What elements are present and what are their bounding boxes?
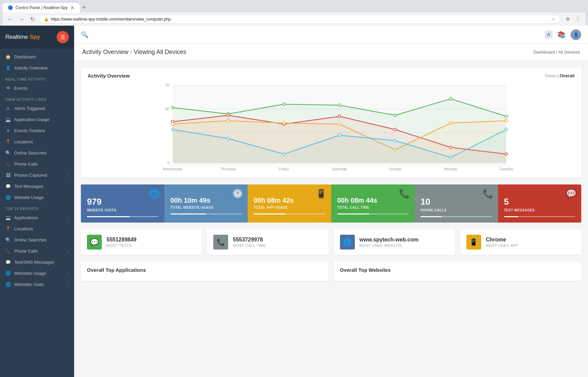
forward-button[interactable]: → — [17, 15, 26, 24]
most-texts-value: 5551289849 — [106, 237, 136, 243]
lock-icon: 🔒 — [44, 17, 49, 22]
stat-phone-calls-bar — [421, 216, 492, 217]
filter-overall[interactable]: Overall — [560, 73, 575, 78]
sidebar-label-websites-usage: Websites Usage — [14, 271, 46, 276]
address-bar[interactable]: 🔒 https://www.realtime-spy-mobile.com/me… — [39, 15, 560, 24]
sidebar-item-online-searches[interactable]: 🔍 Online Searches — [0, 147, 74, 158]
stat-phone-icon: 📱 — [316, 188, 327, 199]
back-button[interactable]: ← — [5, 15, 15, 24]
translate-icon[interactable]: A — [545, 31, 553, 38]
svg-text:Thursday: Thursday — [221, 167, 236, 171]
websites-usage-icon: 🌐 — [5, 271, 11, 276]
svg-text:Sunday: Sunday — [389, 167, 402, 171]
sidebar-item-websites-usage[interactable]: 🌐 Websites Usage › — [0, 268, 74, 279]
sidebar-item-locations-top[interactable]: 📍 Locations — [0, 223, 74, 234]
most-used-app-label: MOST USED APP — [486, 243, 518, 248]
stat-phone-calls[interactable]: 📞 10 PHONE CALLS — [414, 184, 498, 223]
stats-row: 🌐 979 WEBSITE VISITS 🕐 00h 10m 49s TOTAL… — [81, 184, 581, 223]
sidebar-item-text-sms[interactable]: 💬 Text/SMS Messages — [0, 257, 74, 268]
stat-total-website-usage[interactable]: 🕐 00h 10m 49s TOTAL WEBSITE USAGE — [164, 184, 248, 223]
sidebar-label-locations-top: Locations — [14, 226, 33, 231]
sidebar-label-alerts: Alerts Triggered — [14, 106, 45, 111]
photos-arrow-icon: › — [67, 173, 69, 177]
stat-website-visits[interactable]: 🌐 979 WEBSITE VISITS — [81, 184, 164, 223]
sidebar-item-online-searches-top[interactable]: 🔍 Online Searches — [0, 234, 74, 245]
most-used-website-icon: 🌐 — [340, 235, 355, 250]
extensions-btn[interactable]: ⚙ — [564, 14, 572, 24]
sidebar-label-phone-calls: Phone Calls — [14, 162, 38, 167]
info-card-most-used-website[interactable]: 🌐 www.spytech-web.com MOST USED WEBSITE — [334, 229, 455, 255]
overall-top-websites-card: Overall Top Websites — [334, 262, 582, 281]
sidebar-label-locations: Locations — [14, 139, 33, 144]
svg-text:Friday: Friday — [279, 167, 289, 171]
user-avatar[interactable]: 👤 — [570, 29, 581, 40]
svg-text:50: 50 — [165, 107, 169, 111]
sidebar-item-text-messages[interactable]: 💬 Text Messages — [0, 181, 74, 192]
stat-total-website-usage-label: TOTAL WEBSITE USAGE — [171, 206, 242, 209]
sidebar-item-events[interactable]: 👁 Events — [0, 83, 74, 94]
svg-text:70: 70 — [165, 83, 169, 87]
svg-text:Tuesday: Tuesday — [499, 167, 514, 171]
phone-calls-arrow-icon: › — [67, 249, 69, 253]
most-used-website-body: www.spytech-web.com MOST USED WEBSITE — [360, 237, 419, 248]
stat-text-messages[interactable]: 💬 5 TEXT MESSAGES — [498, 184, 582, 223]
sidebar-item-website-usage[interactable]: 🌐 Website Usage — [0, 192, 74, 203]
stat-total-website-usage-value: 00h 10m 49s — [171, 197, 242, 204]
stat-call-time-bar — [337, 213, 409, 214]
most-used-website-label: MOST USED WEBSITE — [360, 243, 419, 248]
filter-today[interactable]: Today — [545, 73, 556, 78]
sidebar-item-applications[interactable]: 💻 Applications › — [0, 212, 74, 223]
stat-phone-calls-label: PHONE CALLS — [421, 208, 492, 212]
content-body: Activity Overview Today | Overall — [74, 61, 588, 288]
stat-chat-icon: 💬 — [566, 188, 577, 199]
info-card-most-call-time[interactable]: 📞 5553729978 MOST CALL TIME — [207, 229, 328, 255]
stat-total-app-usage-value: 00h 08m 42s — [254, 197, 325, 204]
stat-text-messages-bar — [504, 216, 576, 217]
most-used-app-value: Chrome — [486, 237, 518, 243]
tab-close-btn[interactable]: ✕ — [70, 5, 74, 10]
sidebar-item-alerts[interactable]: ⚠ Alerts Triggered — [0, 103, 74, 114]
stat-total-call-time[interactable]: 📞 00h 08m 44s TOTAL CALL TIME — [331, 184, 415, 223]
sidebar-label-events: Events — [14, 86, 28, 91]
events-icon: 👁 — [5, 86, 11, 91]
browser-tab[interactable]: 🛡 Control Panel | Realtime-Spy ✕ — [3, 3, 80, 12]
more-btn[interactable]: ⋮ — [573, 14, 583, 24]
chart-title: Activity Overview — [88, 73, 130, 79]
main-topbar: 🔍 A 📚 👤 — [74, 26, 588, 44]
sidebar-label-events-timeline: Events Timeline — [14, 128, 45, 133]
sidebar-item-phone-calls-top[interactable]: 📞 Phone Calls › — [0, 245, 74, 257]
sidebar-item-websites-visits[interactable]: 🌐 Websites Visits › — [0, 279, 74, 290]
search-icon[interactable]: 🔍 — [81, 31, 88, 38]
info-card-most-texts[interactable]: 💬 5551289849 MOST TEXTS — [81, 229, 202, 255]
chart-header: Activity Overview Today | Overall — [88, 73, 575, 79]
most-used-app-body: Chrome MOST USED APP — [486, 237, 518, 248]
overall-top-websites-title: Overall Top Websites — [340, 267, 576, 273]
svg-text:Wednesday: Wednesday — [163, 167, 183, 171]
stat-phone-calls-value: 10 — [421, 197, 492, 207]
sidebar-menu-button[interactable]: ☰ — [57, 31, 69, 43]
content-header: Activity Overview - Viewing All Devices … — [74, 44, 588, 61]
stat-clock-icon: 🕐 — [232, 188, 243, 199]
reload-button[interactable]: ↻ — [28, 14, 37, 24]
info-card-most-used-app[interactable]: 📱 Chrome MOST USED APP — [460, 229, 581, 255]
most-call-time-body: 5553729978 MOST CALL TIME — [233, 237, 266, 248]
sidebar-label-text-messages: Text Messages — [14, 184, 43, 189]
sidebar-label-dashboard: Dashboard — [14, 54, 36, 59]
sidebar-item-events-timeline[interactable]: ≡ Events Timeline — [0, 125, 74, 136]
sidebar-item-dashboard[interactable]: 🏠 Dashboard — [0, 51, 74, 62]
text-sms-icon: 💬 — [5, 260, 11, 265]
sidebar-item-photos-captured[interactable]: 🖼 Photos Captured › — [0, 170, 74, 181]
sidebar-item-phone-calls[interactable]: 📞 Phone Calls — [0, 158, 74, 170]
bookmark-icon[interactable]: 📚 — [557, 31, 566, 39]
application-usage-icon: 💻 — [5, 117, 11, 122]
sidebar-label-activity-overview: Activity Overview — [14, 65, 48, 70]
stat-total-app-usage[interactable]: 📱 00h 08m 42s TOTAL APP USAGE — [248, 184, 331, 223]
locations-top-icon: 📍 — [5, 226, 11, 231]
stat-website-visits-label: WEBSITE VISITS — [87, 208, 158, 212]
sidebar-item-application-usage[interactable]: 💻 Application Usage — [0, 114, 74, 125]
sidebar-item-locations[interactable]: 📍 Locations — [0, 136, 74, 147]
applications-arrow-icon: › — [67, 216, 69, 220]
sidebar-item-activity-overview[interactable]: 👤 Activity Overview — [0, 62, 74, 74]
new-tab-button[interactable]: + — [80, 3, 89, 12]
stat-text-messages-label: TEXT MESSAGES — [504, 208, 576, 212]
